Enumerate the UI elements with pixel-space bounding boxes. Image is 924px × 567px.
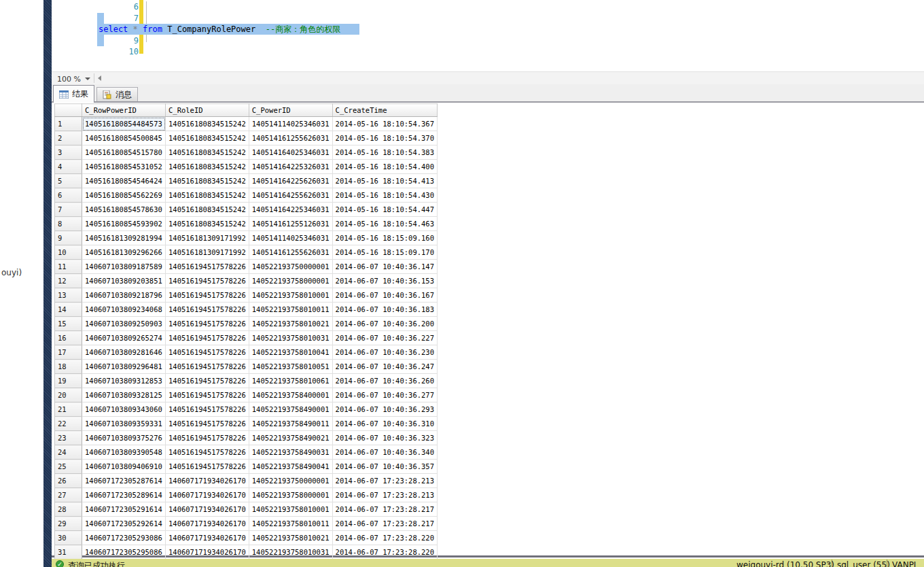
grid-cell[interactable]: 140516180834515242 xyxy=(166,174,249,188)
row-number[interactable]: 8 xyxy=(55,217,82,231)
grid-cell[interactable]: 140522193758010021 xyxy=(249,531,332,545)
row-number[interactable]: 28 xyxy=(55,502,82,517)
grid-cell[interactable]: 140514164225346031 xyxy=(249,203,332,217)
grid-cell[interactable]: 140607103809281646 xyxy=(82,345,166,360)
grid-cell[interactable]: 140516180854546424 xyxy=(82,174,166,188)
grid-cell[interactable]: 140522193758490021 xyxy=(249,431,332,445)
grid-cell[interactable]: 2014-06-07 10:40:36.323 xyxy=(332,431,437,445)
row-number[interactable]: 3 xyxy=(55,145,82,160)
row-number[interactable]: 16 xyxy=(55,331,82,345)
grid-cell[interactable]: 140516194517578226 xyxy=(166,360,249,374)
grid-cell[interactable]: 2014-06-07 10:40:36.147 xyxy=(332,260,437,274)
grid-cell[interactable]: 140607171934026170 xyxy=(166,531,249,545)
grid-cell[interactable]: 2014-06-07 10:40:36.357 xyxy=(332,460,437,474)
grid-cell[interactable]: 140607103809343060 xyxy=(82,402,166,417)
tab-results[interactable]: 结果 xyxy=(53,85,94,103)
grid-cell[interactable]: 140607172305292614 xyxy=(82,517,166,531)
grid-cell[interactable]: 140607172305293086 xyxy=(82,531,166,545)
grid-cell[interactable]: 140522193758000001 xyxy=(249,274,332,288)
grid-cell[interactable]: 2014-06-07 17:23:28.217 xyxy=(332,517,437,531)
grid-cell[interactable]: 140607172305291614 xyxy=(82,502,166,517)
row-number[interactable]: 20 xyxy=(55,388,82,402)
grid-cell[interactable]: 140522193758000001 xyxy=(249,488,332,502)
grid-cell[interactable]: 140516180854593902 xyxy=(82,217,166,231)
row-number[interactable]: 21 xyxy=(55,402,82,417)
grid-cell[interactable]: 140514164255626031 xyxy=(249,188,332,203)
grid-cell[interactable]: 140522193750000001 xyxy=(249,260,332,274)
grid-cell[interactable]: 140607103809296481 xyxy=(82,360,166,374)
grid-cell[interactable]: 140516194517578226 xyxy=(166,331,249,345)
column-header[interactable]: C_RowPowerID xyxy=(82,104,166,117)
scroll-left-icon[interactable] xyxy=(98,75,101,81)
grid-cell[interactable]: 140516194517578226 xyxy=(166,388,249,402)
grid-cell[interactable]: 140607103809203851 xyxy=(82,274,166,288)
grid-cell[interactable]: 140514114025346031 xyxy=(249,231,332,245)
grid-cell[interactable]: 140516194517578226 xyxy=(166,303,249,317)
grid-cell[interactable]: 2014-06-07 10:40:36.230 xyxy=(332,345,437,360)
grid-cell[interactable]: 140607103809328125 xyxy=(82,388,166,402)
grid-cell[interactable]: 140516194517578226 xyxy=(166,445,249,460)
grid-cell[interactable]: 140516181309171992 xyxy=(166,245,249,260)
sql-editor[interactable]: 6 7 8 9 10 select * from T_CompanyRolePo… xyxy=(52,0,924,71)
row-number[interactable]: 23 xyxy=(55,431,82,445)
grid-cell[interactable]: 140607171934026170 xyxy=(166,517,249,531)
grid-cell[interactable]: 2014-06-07 10:40:36.167 xyxy=(332,288,437,303)
grid-cell[interactable]: 2014-06-07 10:40:36.183 xyxy=(332,303,437,317)
grid-cell[interactable]: 140516180834515242 xyxy=(166,203,249,217)
row-number[interactable]: 19 xyxy=(55,374,82,388)
row-number[interactable]: 10 xyxy=(55,245,82,260)
row-number[interactable]: 29 xyxy=(55,517,82,531)
grid-cell[interactable]: 140522193758010061 xyxy=(249,374,332,388)
grid-cell[interactable]: 140522193758490011 xyxy=(249,417,332,431)
grid-cell[interactable]: 140514164225326031 xyxy=(249,160,332,174)
grid-cell[interactable]: 140607103809234068 xyxy=(82,303,166,317)
grid-cell[interactable]: 2014-06-07 10:40:36.200 xyxy=(332,317,437,331)
grid-cell[interactable]: 140522193758010011 xyxy=(249,517,332,531)
grid-cell[interactable]: 140607103809250903 xyxy=(82,317,166,331)
grid-cell[interactable]: 140607171934026170 xyxy=(166,474,249,488)
grid-cell[interactable]: 2014-06-07 17:23:28.217 xyxy=(332,502,437,517)
row-number[interactable]: 7 xyxy=(55,203,82,217)
grid-cell[interactable]: 140514164225626031 xyxy=(249,174,332,188)
grid-cell[interactable]: 140516180854500845 xyxy=(82,131,166,145)
grid-cell[interactable]: 140514161255626031 xyxy=(249,131,332,145)
row-number[interactable]: 18 xyxy=(55,360,82,374)
grid-cell[interactable]: 140607171934026170 xyxy=(166,488,249,502)
grid-cell[interactable]: 140514161255626031 xyxy=(249,245,332,260)
column-header[interactable]: C_PowerID xyxy=(249,104,332,117)
grid-cell[interactable]: 140516194517578226 xyxy=(166,260,249,274)
grid-cell[interactable]: 140516181309296266 xyxy=(82,245,166,260)
grid-cell[interactable]: 140522193758010031 xyxy=(249,545,332,560)
grid-cell[interactable]: 2014-06-07 17:23:28.213 xyxy=(332,488,437,502)
grid-cell[interactable]: 140516180834515242 xyxy=(166,131,249,145)
grid-cell[interactable]: 140607171934026170 xyxy=(166,545,249,560)
row-number[interactable]: 30 xyxy=(55,531,82,545)
grid-cell[interactable]: 2014-05-16 18:15:09.170 xyxy=(332,245,437,260)
grid-cell[interactable]: 140522193758010001 xyxy=(249,502,332,517)
grid-cell[interactable]: 140607172305295086 xyxy=(82,545,166,560)
grid-cell[interactable]: 140516194517578226 xyxy=(166,417,249,431)
grid-cell[interactable]: 140516180834515242 xyxy=(166,160,249,174)
row-number[interactable]: 27 xyxy=(55,488,82,502)
grid-cell[interactable]: 140516194517578226 xyxy=(166,288,249,303)
grid-cell[interactable]: 140607103809390548 xyxy=(82,445,166,460)
grid-cell[interactable]: 140516194517578226 xyxy=(166,274,249,288)
grid-cell[interactable]: 140516194517578226 xyxy=(166,374,249,388)
grid-cell[interactable]: 140516194517578226 xyxy=(166,317,249,331)
grid-cell[interactable]: 2014-06-07 17:23:28.213 xyxy=(332,474,437,488)
grid-cell[interactable]: 2014-06-07 10:40:36.260 xyxy=(332,374,437,388)
grid-cell[interactable]: 2014-05-16 18:10:54.400 xyxy=(332,160,437,174)
grid-cell[interactable]: 140516180854531052 xyxy=(82,160,166,174)
row-number[interactable]: 24 xyxy=(55,445,82,460)
grid-cell[interactable]: 140607103809312853 xyxy=(82,374,166,388)
zoom-level-dropdown[interactable]: 100 % xyxy=(54,73,93,84)
grid-cell[interactable]: 140516180834515242 xyxy=(166,117,249,131)
grid-cell[interactable]: 140522193758400001 xyxy=(249,388,332,402)
row-number[interactable]: 17 xyxy=(55,345,82,360)
grid-cell[interactable]: 2014-06-07 10:40:36.293 xyxy=(332,402,437,417)
grid-cell[interactable]: 140516180834515242 xyxy=(166,188,249,203)
grid-cell[interactable]: 140522193758490041 xyxy=(249,460,332,474)
row-number[interactable]: 31 xyxy=(55,545,82,560)
row-number[interactable]: 12 xyxy=(55,274,82,288)
row-number[interactable]: 4 xyxy=(55,160,82,174)
